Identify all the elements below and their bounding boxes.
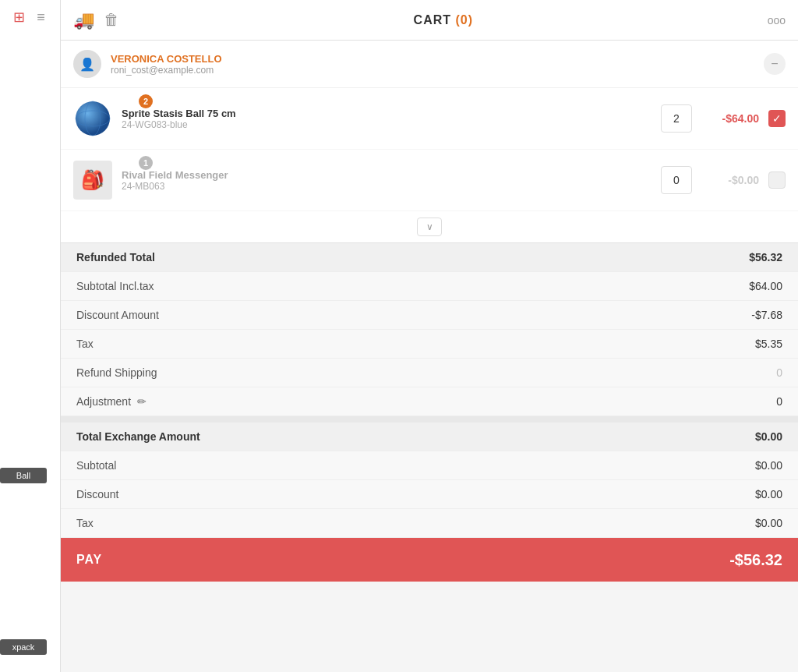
- customer-row: 👤 VERONICA COSTELLO roni_cost@example.co…: [61, 41, 798, 88]
- truck-icon: 🚚: [73, 10, 94, 30]
- product-sku-messenger: 24-MB063: [122, 181, 648, 192]
- exchange-subtotal-row: Subtotal $0.00: [61, 451, 798, 480]
- pay-button[interactable]: PAY -$56.32: [61, 538, 798, 582]
- refund-shipping-row: Refund Shipping 0: [61, 359, 798, 387]
- product-sku-ball: 24-WG083-blue: [122, 119, 648, 130]
- section-separator: [61, 416, 798, 423]
- product-badge-messenger: 1: [139, 156, 153, 170]
- tax-label: Tax: [76, 338, 94, 350]
- refund-shipping-label: Refund Shipping: [76, 366, 157, 379]
- trash-icon[interactable]: 🗑: [104, 11, 119, 29]
- product-checkbox-messenger[interactable]: ✓: [768, 172, 786, 189]
- cart-label: CART: [414, 13, 451, 27]
- header-left: 🚚 🗑: [73, 10, 119, 30]
- customer-avatar: 👤: [73, 50, 101, 78]
- tax-value: $5.35: [755, 338, 782, 350]
- tooltip-xpack: xpack: [0, 639, 47, 655]
- product-item-messenger: 1 🎒 Rival Field Messenger 24-MB063 0 -$0…: [61, 150, 798, 211]
- discount-amount-label: Discount Amount: [76, 309, 159, 321]
- pay-label: PAY: [76, 553, 102, 567]
- remove-customer-button[interactable]: −: [764, 53, 786, 75]
- exchange-tax-value: $0.00: [755, 517, 782, 529]
- more-options-button[interactable]: ooo: [768, 14, 786, 27]
- product-checkbox-ball[interactable]: ✓: [768, 110, 786, 127]
- tax-row: Tax $5.35: [61, 330, 798, 359]
- refunded-total-row: Refunded Total $56.32: [61, 243, 798, 272]
- products-area: 2 Sprite Stasis Ball 75 cm 24-WG08: [61, 88, 798, 242]
- customer-name: VERONICA COSTELLO: [111, 53, 754, 65]
- product-qty-ball[interactable]: 2: [661, 104, 692, 133]
- bag-icon: 🎒: [81, 169, 104, 191]
- customer-info: VERONICA COSTELLO roni_cost@example.com: [111, 53, 754, 76]
- adjustment-edit-icon[interactable]: ✏: [137, 395, 147, 408]
- refunded-total-label: Refunded Total: [76, 251, 155, 263]
- exchange-tax-row: Tax $0.00: [61, 509, 798, 538]
- main-area: 🚚 🗑 CART (0) ooo 👤 VERONICA COSTELLO ron…: [61, 0, 798, 672]
- exchange-discount-label: Discount: [76, 488, 118, 500]
- sidebar-view-toggles: ⊞ ≡: [10, 8, 51, 27]
- person-icon: 👤: [79, 57, 95, 72]
- svg-point-0: [76, 101, 110, 136]
- summary-section: Refunded Total $56.32 Subtotal Incl.tax …: [61, 242, 798, 582]
- product-details-messenger: Rival Field Messenger 24-MB063: [122, 169, 648, 192]
- subtotal-incl-tax-value: $64.00: [749, 280, 782, 292]
- total-exchange-value: $0.00: [755, 430, 782, 443]
- product-price-ball: -$64.00: [704, 112, 759, 125]
- exchange-subtotal-value: $0.00: [755, 459, 782, 472]
- exchange-subtotal-label: Subtotal: [76, 459, 116, 472]
- header-bar: 🚚 🗑 CART (0) ooo: [61, 0, 798, 41]
- sidebar-nav: ⊞ ≡: [10, 8, 51, 27]
- adjustment-value: 0: [776, 395, 782, 408]
- total-exchange-row: Total Exchange Amount $0.00: [61, 423, 798, 451]
- discount-amount-row: Discount Amount -$7.68: [61, 301, 798, 330]
- adjustment-label-group: Adjustment ✏: [76, 395, 147, 408]
- product-price-messenger: -$0.00: [704, 174, 759, 186]
- adjustment-row: Adjustment ✏ 0: [61, 387, 798, 416]
- subtotal-incl-tax-label: Subtotal Incl.tax: [76, 280, 154, 292]
- product-name-messenger: Rival Field Messenger: [122, 169, 648, 181]
- refund-shipping-value: 0: [776, 366, 782, 379]
- exchange-tax-label: Tax: [76, 517, 94, 529]
- collapse-arrow-button[interactable]: ∨: [417, 218, 442, 236]
- collapse-section: ∨: [61, 211, 798, 242]
- grid-view-icon[interactable]: ⊞: [10, 8, 29, 27]
- discount-amount-value: -$7.68: [751, 309, 782, 321]
- tooltip-ball: Ball: [0, 468, 47, 483]
- product-badge-ball: 2: [139, 94, 153, 108]
- product-image-messenger: 🎒: [73, 161, 112, 200]
- total-exchange-label: Total Exchange Amount: [76, 430, 200, 443]
- sidebar: ⊞ ≡ Ball xpack: [0, 0, 61, 672]
- product-name-ball: Sprite Stasis Ball 75 cm: [122, 108, 648, 119]
- pay-amount: -$56.32: [729, 551, 782, 569]
- product-qty-messenger[interactable]: 0: [661, 166, 692, 194]
- refunded-total-value: $56.32: [749, 251, 782, 263]
- list-view-icon[interactable]: ≡: [32, 8, 51, 27]
- product-image-ball: [73, 99, 112, 138]
- exchange-discount-row: Discount $0.00: [61, 480, 798, 509]
- cart-count: (0): [455, 13, 473, 27]
- adjustment-label: Adjustment: [76, 395, 131, 408]
- exchange-discount-value: $0.00: [755, 488, 782, 500]
- customer-email: roni_cost@example.com: [111, 65, 754, 76]
- header-title: CART (0): [119, 13, 768, 27]
- product-details-ball: Sprite Stasis Ball 75 cm 24-WG083-blue: [122, 108, 648, 130]
- subtotal-incl-tax-row: Subtotal Incl.tax $64.00: [61, 272, 798, 301]
- product-item-ball: 2 Sprite Stasis Ball 75 cm 24-WG08: [61, 88, 798, 150]
